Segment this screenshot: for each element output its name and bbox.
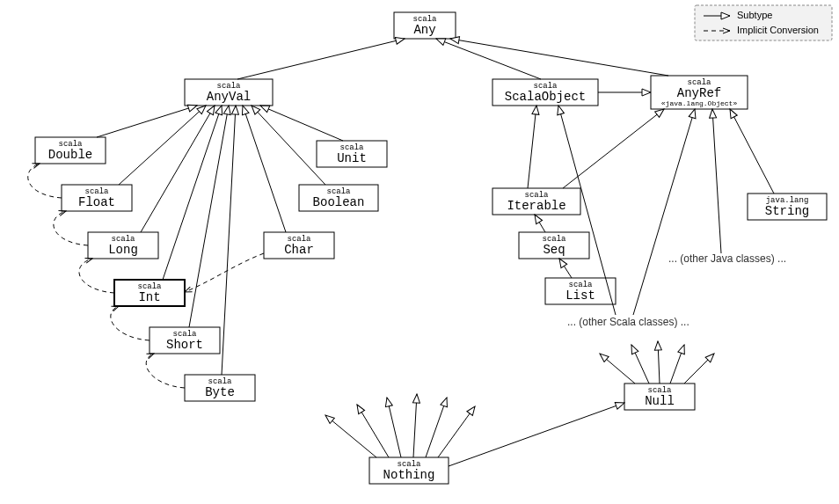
edge-char-anyval <box>243 106 286 232</box>
edge-iterable-scalaobject <box>528 106 536 188</box>
edge-null-fan1 <box>600 354 635 383</box>
edge-seq-iterable <box>535 215 545 232</box>
edge-nothing-fan6 <box>438 406 475 457</box>
legend: Subtype Implicit Conversion <box>695 5 832 40</box>
node-unit: scala Unit <box>317 141 387 167</box>
edge-float-anyval <box>119 106 206 185</box>
edge-nothing-fan3 <box>387 398 401 457</box>
edge-list-seq <box>559 259 572 278</box>
node-list: scala List <box>545 278 616 304</box>
node-float: scala Float <box>62 185 132 211</box>
svg-text:Float: Float <box>78 195 115 209</box>
svg-text:Short: Short <box>166 338 203 352</box>
edge-otherscala-anyref <box>633 109 695 315</box>
edge-nothing-fan2 <box>357 405 389 457</box>
node-char: scala Char <box>264 232 334 259</box>
svg-text:Byte: Byte <box>205 385 235 399</box>
node-anyval: scala AnyVal <box>185 79 273 106</box>
node-any: scala Any <box>394 12 456 39</box>
edge-float-double <box>28 164 62 198</box>
edge-short-int <box>111 306 150 340</box>
edge-otherjava-anyref <box>712 109 721 253</box>
svg-text:String: String <box>765 204 809 218</box>
node-boolean: scala Boolean <box>299 185 378 211</box>
node-null: scala Null <box>624 383 695 410</box>
edge-long-float <box>54 211 88 245</box>
edge-unit-anyval <box>260 106 343 141</box>
svg-text:Char: Char <box>284 243 314 257</box>
edge-int-long <box>79 259 114 293</box>
edge-nothing-fan1 <box>325 415 376 457</box>
note-other-java: ... (other Java classes) ... <box>668 252 786 265</box>
svg-text:Long: Long <box>108 243 138 257</box>
edge-double-anyval <box>97 106 197 137</box>
svg-text:«java.lang.Object»: «java.lang.Object» <box>661 99 738 107</box>
note-other-scala: ... (other Scala classes) ... <box>567 316 689 328</box>
edge-null-fan2 <box>631 345 649 383</box>
legend-implicit-label: Implicit Conversion <box>737 25 819 35</box>
svg-text:Int: Int <box>138 290 160 304</box>
svg-text:AnyRef: AnyRef <box>677 86 721 100</box>
node-short: scala Short <box>150 327 220 354</box>
node-int: scala Int <box>114 280 185 306</box>
edge-null-fan4 <box>670 345 684 383</box>
edge-nothing-null <box>449 403 624 466</box>
legend-subtype-label: Subtype <box>737 10 772 20</box>
svg-text:Nothing: Nothing <box>383 468 435 482</box>
edge-string-anyref <box>730 109 774 194</box>
svg-text:Null: Null <box>645 394 675 408</box>
node-double: scala Double <box>35 137 106 164</box>
node-anyref: scala AnyRef «java.lang.Object» <box>651 76 748 109</box>
edge-nothing-fan4 <box>413 394 417 457</box>
node-iterable: scala Iterable <box>492 188 580 215</box>
svg-text:Any: Any <box>413 23 435 37</box>
edge-anyval-any <box>237 39 405 79</box>
svg-text:ScalaObject: ScalaObject <box>505 90 586 104</box>
edge-null-fan3 <box>658 341 660 383</box>
node-nothing: scala Nothing <box>369 457 449 484</box>
svg-text:Boolean: Boolean <box>313 195 365 209</box>
edge-null-fan5 <box>684 354 714 383</box>
edge-byte-anyval <box>222 106 236 375</box>
svg-text:Seq: Seq <box>543 243 565 257</box>
node-string: java.lang String <box>748 194 827 220</box>
edge-byte-short <box>146 354 185 388</box>
node-seq: scala Seq <box>519 232 589 259</box>
svg-text:Unit: Unit <box>337 151 367 165</box>
svg-text:List: List <box>565 289 595 303</box>
svg-text:AnyVal: AnyVal <box>207 90 251 104</box>
node-byte: scala Byte <box>185 375 255 401</box>
node-long: scala Long <box>88 232 158 259</box>
edge-long-anyval <box>141 106 215 232</box>
svg-text:Double: Double <box>48 148 92 162</box>
node-scalaobject: scala ScalaObject <box>492 79 598 106</box>
edge-nothing-fan5 <box>426 398 447 457</box>
svg-text:Iterable: Iterable <box>507 199 565 213</box>
type-hierarchy-diagram: Subtype Implicit Conversion scala Any sc… <box>0 0 839 504</box>
